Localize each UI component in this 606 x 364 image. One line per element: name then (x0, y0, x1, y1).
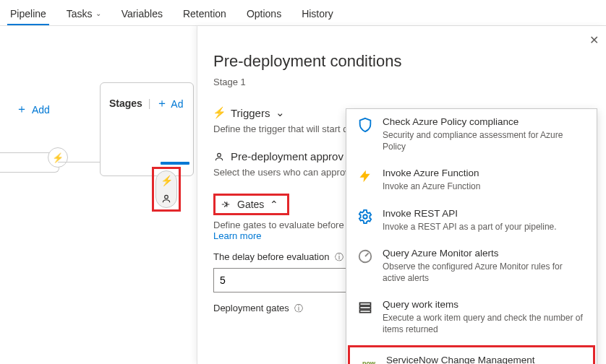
stages-heading: Stages (109, 98, 142, 109)
list-icon (357, 299, 374, 316)
gate-icon (220, 199, 231, 209)
gates-header[interactable]: Gates ⌃ (213, 194, 289, 215)
plus-icon: ＋ (16, 102, 27, 117)
tab-bar: Pipeline Tasks ⌄ Variables Retention Opt… (0, 0, 606, 26)
gate-option-list[interactable]: Query work itemsExecute a work item quer… (346, 292, 597, 343)
pre-deployment-button[interactable]: ⚡ (155, 170, 177, 208)
bolt-icon: ⚡ (213, 106, 225, 119)
add-artifact-label: Add (32, 104, 50, 116)
gear-icon (357, 208, 374, 225)
add-stage-label: Ad (171, 98, 183, 110)
svg-point-0 (165, 195, 168, 199)
add-artifact-button[interactable]: ＋ Add (16, 102, 50, 117)
learn-more-link[interactable]: Learn more (213, 230, 261, 241)
connector-line (58, 162, 100, 162)
bolt-icon (357, 168, 374, 185)
gates-label: Gates (237, 199, 264, 210)
gate-option-title: Query Azure Monitor alerts (383, 248, 586, 259)
gate-option-gear[interactable]: Invoke REST APIInvoke a REST API as a pa… (346, 201, 597, 240)
gate-option-title: Check Azure Policy compliance (383, 116, 586, 127)
divider: | (148, 98, 151, 109)
chevron-down-icon: ⌄ (95, 9, 101, 17)
gate-option-title: ServiceNow Change Management (386, 355, 583, 365)
person-icon (213, 152, 225, 162)
gate-option-desc: Invoke an Azure Function (383, 181, 480, 192)
gate-option-desc: Observe the configured Azure Monitor rul… (383, 261, 586, 284)
info-icon[interactable]: ⓘ (294, 303, 303, 313)
approvals-label: Pre-deployment approv (231, 150, 343, 162)
delay-label: The delay before evaluation (213, 251, 329, 262)
delay-input[interactable] (213, 268, 357, 292)
gauge-icon (357, 248, 374, 265)
gate-option-shield[interactable]: Check Azure Policy complianceSecurity an… (346, 109, 597, 160)
person-icon (161, 194, 171, 204)
now-icon: now (360, 355, 377, 365)
svg-rect-6 (360, 310, 371, 312)
gates-desc: Define gates to evaluate before the (213, 220, 359, 230)
tab-variables[interactable]: Variables (119, 3, 166, 25)
gate-option-desc: Security and compliance assessment for A… (383, 129, 586, 152)
gate-option-gauge[interactable]: Query Azure Monitor alertsObserve the co… (346, 240, 597, 292)
chevron-down-icon: ⌄ (276, 106, 285, 119)
bolt-icon: ⚡ (161, 175, 173, 186)
gate-option-desc: Invoke a REST API as a part of your pipe… (383, 221, 557, 233)
gate-option-title: Invoke REST API (383, 208, 557, 219)
gate-option-title: Invoke Azure Function (383, 168, 480, 178)
svg-point-1 (218, 153, 221, 157)
panel-title: Pre-deployment conditions (213, 52, 590, 71)
tab-retention[interactable]: Retention (180, 3, 229, 25)
svg-rect-5 (360, 306, 371, 308)
tab-tasks[interactable]: Tasks ⌄ (64, 3, 104, 25)
deployment-gates-label: Deployment gates (213, 303, 289, 313)
info-icon[interactable]: ⓘ (335, 252, 343, 262)
gate-type-popover: Check Azure Policy complianceSecurity an… (346, 108, 597, 364)
trigger-badge[interactable]: ⚡ (48, 147, 68, 168)
gate-option-desc: Execute a work item query and check the … (383, 312, 586, 335)
plus-icon: ＋ (156, 96, 168, 111)
gate-option-bolt[interactable]: Invoke Azure FunctionInvoke an Azure Fun… (346, 160, 597, 200)
gate-option-title: Query work items (383, 299, 586, 310)
stage-active-indicator (161, 162, 189, 165)
tab-pipeline[interactable]: Pipeline (7, 3, 49, 25)
triggers-label: Triggers (231, 107, 270, 119)
add-stage-button[interactable]: ＋ Ad (156, 96, 183, 111)
close-icon[interactable]: ✕ (589, 33, 599, 47)
panel-stage-name: Stage 1 (213, 77, 590, 87)
svg-rect-4 (360, 303, 371, 305)
shield-icon (357, 116, 374, 134)
tab-options[interactable]: Options (244, 3, 284, 25)
tab-tasks-label: Tasks (67, 8, 93, 20)
svg-point-2 (363, 214, 367, 219)
gate-option-now[interactable]: nowServiceNow Change ManagementGate on s… (348, 345, 595, 365)
chevron-up-icon: ⌃ (270, 199, 278, 210)
tab-history[interactable]: History (299, 3, 336, 25)
